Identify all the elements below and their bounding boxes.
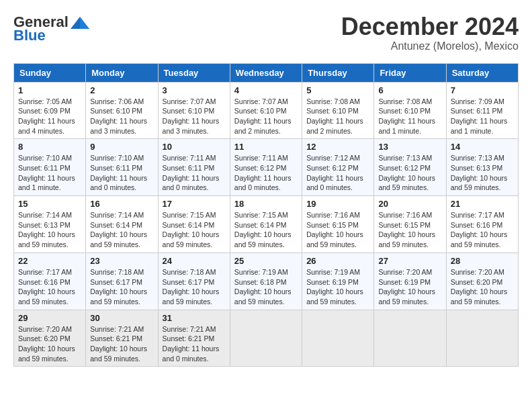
table-row: 12Sunrise: 7:12 AMSunset: 6:12 PMDayligh…	[302, 139, 374, 196]
col-saturday: Saturday	[446, 63, 518, 82]
table-row: 10Sunrise: 7:11 AMSunset: 6:11 PMDayligh…	[158, 139, 230, 196]
table-row: 26Sunrise: 7:19 AMSunset: 6:19 PMDayligh…	[302, 253, 374, 310]
month-title: December 2024	[341, 13, 519, 40]
table-row	[302, 310, 374, 367]
col-monday: Monday	[86, 63, 158, 82]
table-row: 22Sunrise: 7:17 AMSunset: 6:16 PMDayligh…	[14, 253, 86, 310]
logo-icon	[69, 15, 91, 30]
table-row: 25Sunrise: 7:19 AMSunset: 6:18 PMDayligh…	[230, 253, 302, 310]
table-row: 2Sunrise: 7:06 AMSunset: 6:10 PMDaylight…	[86, 82, 158, 139]
table-row: 11Sunrise: 7:11 AMSunset: 6:12 PMDayligh…	[230, 139, 302, 196]
col-tuesday: Tuesday	[158, 63, 230, 82]
svg-marker-1	[80, 17, 89, 29]
table-row: 15Sunrise: 7:14 AMSunset: 6:13 PMDayligh…	[14, 196, 86, 253]
col-wednesday: Wednesday	[230, 63, 302, 82]
col-thursday: Thursday	[302, 63, 374, 82]
table-row: 30Sunrise: 7:21 AMSunset: 6:21 PMDayligh…	[86, 310, 158, 367]
table-row: 14Sunrise: 7:13 AMSunset: 6:13 PMDayligh…	[446, 139, 518, 196]
table-row: 13Sunrise: 7:13 AMSunset: 6:12 PMDayligh…	[374, 139, 446, 196]
table-row: 20Sunrise: 7:16 AMSunset: 6:15 PMDayligh…	[374, 196, 446, 253]
logo: General Blue	[13, 13, 91, 44]
table-row: 7Sunrise: 7:09 AMSunset: 6:11 PMDaylight…	[446, 82, 518, 139]
table-row: 19Sunrise: 7:16 AMSunset: 6:15 PMDayligh…	[302, 196, 374, 253]
table-row: 3Sunrise: 7:07 AMSunset: 6:10 PMDaylight…	[158, 82, 230, 139]
table-row: 16Sunrise: 7:14 AMSunset: 6:14 PMDayligh…	[86, 196, 158, 253]
title-area: December 2024 Antunez (Morelos), Mexico	[341, 13, 519, 52]
table-row: 18Sunrise: 7:15 AMSunset: 6:14 PMDayligh…	[230, 196, 302, 253]
location: Antunez (Morelos), Mexico	[341, 40, 519, 52]
col-sunday: Sunday	[14, 63, 86, 82]
calendar-header-row: Sunday Monday Tuesday Wednesday Thursday…	[14, 63, 519, 82]
table-row: 23Sunrise: 7:18 AMSunset: 6:17 PMDayligh…	[86, 253, 158, 310]
col-friday: Friday	[374, 63, 446, 82]
table-row: 24Sunrise: 7:18 AMSunset: 6:17 PMDayligh…	[158, 253, 230, 310]
table-row: 5Sunrise: 7:08 AMSunset: 6:10 PMDaylight…	[302, 82, 374, 139]
table-row: 6Sunrise: 7:08 AMSunset: 6:10 PMDaylight…	[374, 82, 446, 139]
table-row	[374, 310, 446, 367]
table-row	[446, 310, 518, 367]
table-row: 8Sunrise: 7:10 AMSunset: 6:11 PMDaylight…	[14, 139, 86, 196]
header: General Blue December 2024 Antunez (More…	[13, 13, 519, 52]
table-row: 21Sunrise: 7:17 AMSunset: 6:16 PMDayligh…	[446, 196, 518, 253]
table-row: 27Sunrise: 7:20 AMSunset: 6:19 PMDayligh…	[374, 253, 446, 310]
table-row: 4Sunrise: 7:07 AMSunset: 6:10 PMDaylight…	[230, 82, 302, 139]
table-row: 17Sunrise: 7:15 AMSunset: 6:14 PMDayligh…	[158, 196, 230, 253]
table-row: 28Sunrise: 7:20 AMSunset: 6:20 PMDayligh…	[446, 253, 518, 310]
table-row: 1Sunrise: 7:05 AMSunset: 6:09 PMDaylight…	[14, 82, 86, 139]
table-row: 9Sunrise: 7:10 AMSunset: 6:11 PMDaylight…	[86, 139, 158, 196]
table-row: 31Sunrise: 7:21 AMSunset: 6:21 PMDayligh…	[158, 310, 230, 367]
calendar-table: Sunday Monday Tuesday Wednesday Thursday…	[13, 63, 519, 367]
table-row	[230, 310, 302, 367]
logo-blue-text: Blue	[13, 27, 46, 44]
table-row: 29Sunrise: 7:20 AMSunset: 6:20 PMDayligh…	[14, 310, 86, 367]
